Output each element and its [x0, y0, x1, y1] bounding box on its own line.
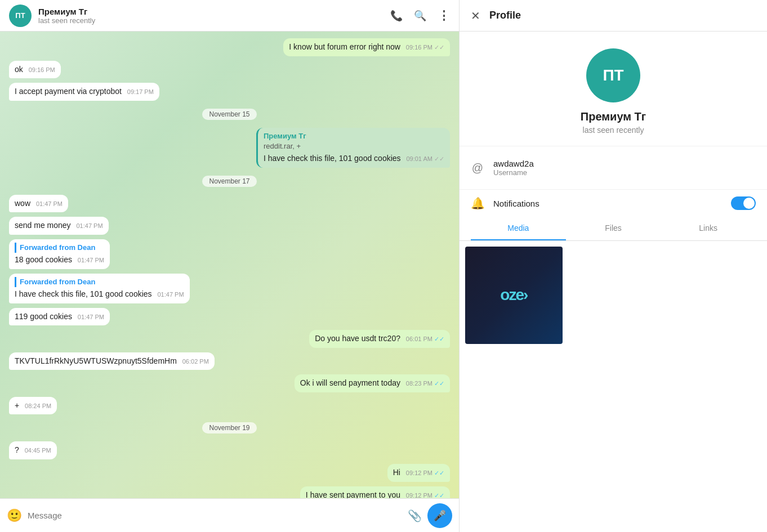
search-icon[interactable]: 🔍 [414, 10, 426, 22]
at-icon: @ [471, 162, 484, 175]
message-row: 119 good cokies 01:47 PM [9, 308, 450, 326]
close-button[interactable]: ✕ [471, 9, 480, 23]
msg-bubble: Forwarded from Dean 18 good cookies 01:4… [9, 239, 110, 269]
profile-header-bar: ✕ Profile [460, 0, 767, 32]
notifications-row: 🔔 Notifications [460, 189, 767, 217]
tab-files[interactable]: Files [566, 217, 661, 240]
profile-avatar: ПТ [586, 48, 640, 102]
chat-contact-name: Премиум Тг [38, 7, 384, 16]
msg-bubble: Ok i will send payment today 08:23 PM ✓✓ [295, 374, 450, 392]
message-row: send me money 01:47 PM [9, 217, 450, 235]
bell-icon: 🔔 [471, 196, 484, 210]
messages-area: I know but forum error right now 09:16 P… [0, 32, 459, 498]
msg-bubble: ? 04:45 PM [9, 441, 57, 459]
message-input-bar: 🙂 📎 🎤 [0, 498, 459, 532]
chat-header-info: Премиум Тг last seen recently [38, 7, 384, 25]
tab-links[interactable]: Links [661, 217, 756, 240]
message-row: TKVTUL1frRkNyU5WTUSWzpnuyt5SfdemHm 06:02… [9, 352, 450, 370]
message-row: wow 01:47 PM [9, 195, 450, 213]
msg-bubble: wow 01:47 PM [9, 195, 68, 213]
chat-header: ПТ Премиум Тг last seen recently 📞 🔍 ⋮ [0, 0, 459, 32]
msg-bubble: I accept payment via cryptobot 09:17 PM [9, 83, 159, 101]
msg-bubble: TKVTUL1frRkNyU5WTUSWzpnuyt5SfdemHm 06:02… [9, 352, 215, 370]
media-grid: oze› [460, 241, 767, 350]
profile-info-section: @ awdawd2a Username [460, 146, 767, 189]
chat-contact-status: last seen recently [38, 16, 384, 25]
notifications-label: Notifications [493, 199, 722, 208]
date-divider: November 17 [9, 176, 450, 187]
username-value: awdawd2a [493, 159, 756, 168]
mic-button[interactable]: 🎤 [427, 503, 452, 528]
msg-bubble: Forwarded from Dean I have check this fi… [9, 274, 190, 303]
msg-bubble: I have sent payment to you 09:12 PM ✓✓ [300, 486, 450, 498]
message-row: ? 04:45 PM [9, 441, 450, 459]
message-row: Do you have usdt trc20? 06:01 PM ✓✓ [9, 330, 450, 348]
notifications-toggle[interactable] [731, 196, 756, 210]
msg-bubble: Hi 09:12 PM ✓✓ [387, 464, 450, 482]
date-divider: November 15 [9, 109, 450, 120]
emoji-button[interactable]: 🙂 [7, 508, 22, 523]
msg-bubble: Премиум Тг reddit.rar, + I have check th… [256, 128, 450, 168]
msg-bubble: send me money 01:47 PM [9, 217, 109, 235]
username-label: Username [493, 168, 756, 177]
message-row: I know but forum error right now 09:16 P… [9, 38, 450, 56]
profile-content: ПТ Премиум Тг last seen recently @ awdaw… [460, 32, 767, 532]
msg-bubble: 119 good cokies 01:47 PM [9, 308, 110, 326]
message-row: Премиум Тг reddit.rar, + I have check th… [9, 128, 450, 168]
message-row: + 08:24 PM [9, 397, 450, 415]
profile-panel: ✕ Profile ПТ Премиум Тг last seen recent… [459, 0, 767, 532]
toggle-knob [743, 198, 755, 209]
attach-button[interactable]: 📎 [408, 509, 422, 522]
msg-bubble: I know but forum error right now 09:16 P… [283, 38, 450, 56]
header-actions: 📞 🔍 ⋮ [390, 8, 450, 23]
chat-panel: ПТ Премиум Тг last seen recently 📞 🔍 ⋮ I… [0, 0, 459, 532]
message-row: Hi 09:12 PM ✓✓ [9, 464, 450, 482]
more-icon[interactable]: ⋮ [438, 8, 450, 23]
msg-bubble: Do you have usdt trc20? 06:01 PM ✓✓ [309, 330, 450, 348]
message-row: I have sent payment to you 09:12 PM ✓✓ [9, 486, 450, 498]
message-input[interactable] [28, 511, 402, 520]
message-row: ok 09:16 PM [9, 61, 450, 79]
profile-name: Премиум Тг [581, 110, 646, 123]
message-row: Forwarded from Dean I have check this fi… [9, 274, 450, 303]
message-row: Ok i will send payment today 08:23 PM ✓✓ [9, 374, 450, 392]
username-row: @ awdawd2a Username [471, 152, 756, 184]
tab-media[interactable]: Media [471, 217, 566, 240]
media-tabs: Media Files Links [460, 217, 767, 241]
msg-bubble: ok 09:16 PM [9, 61, 61, 79]
message-row: Forwarded from Dean 18 good cookies 01:4… [9, 239, 450, 269]
profile-title: Profile [489, 10, 521, 21]
message-row: I accept payment via cryptobot 09:17 PM [9, 83, 450, 101]
chat-avatar[interactable]: ПТ [9, 5, 32, 27]
mic-icon: 🎤 [434, 509, 446, 522]
date-divider: November 19 [9, 422, 450, 433]
profile-status: last seen recently [583, 126, 644, 135]
profile-avatar-section: ПТ Премиум Тг last seen recently [460, 32, 767, 146]
phone-icon[interactable]: 📞 [390, 10, 403, 22]
msg-bubble: + 08:24 PM [9, 397, 57, 415]
media-thumbnail[interactable]: oze› [465, 247, 563, 344]
